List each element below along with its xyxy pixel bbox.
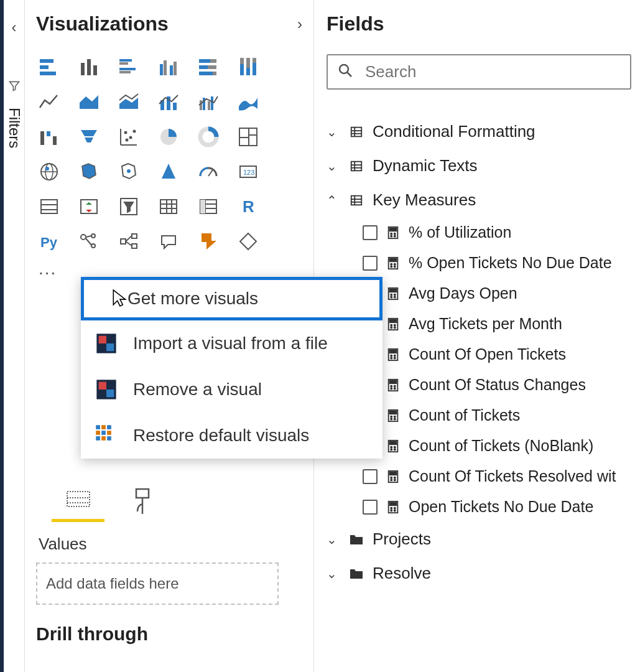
- get-more-visuals-item[interactable]: Get more visuals: [81, 277, 382, 320]
- svg-point-43: [129, 136, 132, 139]
- svg-point-81: [91, 234, 95, 238]
- measure-item[interactable]: Avg Days Open: [363, 278, 635, 309]
- svg-rect-114: [351, 127, 362, 136]
- import-visual-from-file-item[interactable]: Import a visual from a file: [81, 320, 382, 366]
- kpi-icon[interactable]: [76, 194, 102, 220]
- more-visuals-ellipsis[interactable]: ···: [36, 263, 62, 282]
- ribbon-chart-icon[interactable]: [235, 89, 261, 115]
- svg-rect-12: [170, 65, 173, 75]
- svg-point-152: [391, 355, 392, 356]
- line-clustered-column-icon[interactable]: [195, 89, 221, 115]
- svg-rect-10: [160, 64, 163, 75]
- table-icon[interactable]: [155, 194, 182, 220]
- table-row[interactable]: ⌄Projects: [327, 522, 635, 556]
- restore-default-visuals-item[interactable]: Restore default visuals: [81, 413, 382, 459]
- stacked-bar-icon[interactable]: [76, 54, 102, 80]
- svg-rect-61: [41, 200, 57, 213]
- table-row[interactable]: ⌄Dynamic Texts: [327, 149, 635, 183]
- values-label: Values: [39, 534, 302, 554]
- checkbox[interactable]: [363, 225, 378, 240]
- svg-marker-96: [99, 382, 106, 390]
- search-input[interactable]: [364, 62, 620, 82]
- collapse-viz-pane-icon[interactable]: ›: [297, 16, 302, 33]
- measure-label: % of Utilization: [409, 223, 511, 241]
- folder-icon: [349, 567, 364, 581]
- key-influencers-icon[interactable]: [76, 228, 102, 254]
- measure-calculator-icon: [386, 409, 400, 422]
- checkbox[interactable]: [363, 256, 378, 271]
- table-row[interactable]: ⌃Key Measures: [327, 183, 635, 217]
- funnel-icon[interactable]: [76, 124, 102, 150]
- treemap-icon[interactable]: [235, 124, 261, 150]
- shape-map-icon[interactable]: [116, 159, 142, 185]
- matrix-icon[interactable]: [195, 194, 221, 220]
- measure-item[interactable]: Open Tickets No Due Date: [363, 492, 635, 522]
- fields-tab[interactable]: [61, 487, 95, 522]
- expand-filters-icon[interactable]: ‹: [12, 19, 17, 36]
- svg-point-160: [391, 388, 392, 389]
- waterfall-icon[interactable]: [36, 124, 62, 150]
- pie-icon[interactable]: [155, 124, 182, 150]
- svg-rect-34: [211, 96, 213, 110]
- python-visual-icon[interactable]: Py: [36, 228, 62, 254]
- values-drop-zone[interactable]: Add data fields here: [36, 562, 279, 605]
- multi-card-icon[interactable]: [36, 194, 62, 220]
- svg-rect-11: [164, 60, 167, 75]
- card-icon[interactable]: 123: [235, 159, 261, 185]
- measure-label: Count Of Tickets Resolved wit: [409, 467, 616, 485]
- svg-line-58: [208, 170, 213, 176]
- slicer-icon[interactable]: [116, 194, 142, 220]
- custom-visual-icon[interactable]: [235, 228, 261, 254]
- svg-text:R: R: [243, 197, 254, 216]
- measure-item[interactable]: % Open Tickets No Due Date: [363, 248, 635, 278]
- table-row[interactable]: ⌄Conditional Formatting: [327, 114, 635, 149]
- scatter-icon[interactable]: [116, 124, 142, 150]
- svg-rect-139: [390, 289, 397, 292]
- format-tab[interactable]: [126, 487, 160, 522]
- clustered-bar-horizontal-icon[interactable]: [116, 54, 142, 80]
- area-chart-icon[interactable]: [76, 89, 102, 115]
- checkbox[interactable]: [363, 469, 378, 484]
- 100-stacked-bar-icon[interactable]: [235, 54, 261, 80]
- 100-stacked-bar-horizontal-icon[interactable]: [195, 54, 221, 80]
- arcgis-icon[interactable]: [155, 159, 182, 185]
- qna-icon[interactable]: [155, 228, 182, 254]
- svg-rect-7: [119, 62, 128, 65]
- donut-icon[interactable]: [195, 124, 221, 150]
- stacked-area-chart-icon[interactable]: [116, 89, 142, 115]
- svg-rect-106: [107, 436, 111, 441]
- measure-item[interactable]: Count Of Status Changes: [363, 370, 635, 400]
- measure-item[interactable]: Avg Tickets per Month: [363, 309, 635, 339]
- clustered-bar-icon[interactable]: [155, 54, 182, 80]
- measure-calculator-icon: [386, 470, 400, 483]
- svg-rect-17: [208, 65, 216, 69]
- fields-search-box[interactable]: [327, 54, 631, 90]
- measure-item[interactable]: Count Of Open Tickets: [363, 339, 635, 370]
- gauge-icon[interactable]: [195, 159, 221, 185]
- remove-visual-item[interactable]: Remove a visual: [81, 366, 382, 413]
- svg-point-141: [394, 294, 396, 295]
- power-apps-icon[interactable]: [195, 228, 221, 254]
- svg-rect-37: [53, 136, 57, 145]
- folder-icon: [349, 533, 364, 546]
- svg-point-45: [126, 139, 129, 142]
- r-visual-icon[interactable]: R: [235, 194, 261, 220]
- stacked-bar-horizontal-icon[interactable]: [36, 54, 62, 80]
- table-row[interactable]: ⌄Resolve: [327, 556, 635, 590]
- search-icon: [338, 63, 353, 82]
- decomposition-tree-icon[interactable]: [116, 228, 142, 254]
- svg-point-56: [127, 169, 131, 173]
- filters-rail-label[interactable]: Filters: [6, 108, 23, 148]
- checkbox[interactable]: [363, 500, 378, 515]
- filled-map-icon[interactable]: [76, 159, 102, 185]
- line-stacked-column-icon[interactable]: [155, 89, 182, 115]
- menu-item-label: Remove a visual: [133, 380, 262, 399]
- measure-item[interactable]: Count of Tickets (NoBlank): [363, 431, 635, 461]
- map-icon[interactable]: [36, 159, 62, 185]
- svg-rect-30: [173, 103, 177, 110]
- measure-item[interactable]: % of Utilization: [363, 217, 635, 248]
- measure-item[interactable]: Count Of Tickets Resolved wit: [363, 461, 635, 492]
- line-chart-icon[interactable]: [36, 89, 62, 115]
- measure-item[interactable]: Count of Tickets: [363, 400, 635, 431]
- svg-point-182: [391, 507, 392, 508]
